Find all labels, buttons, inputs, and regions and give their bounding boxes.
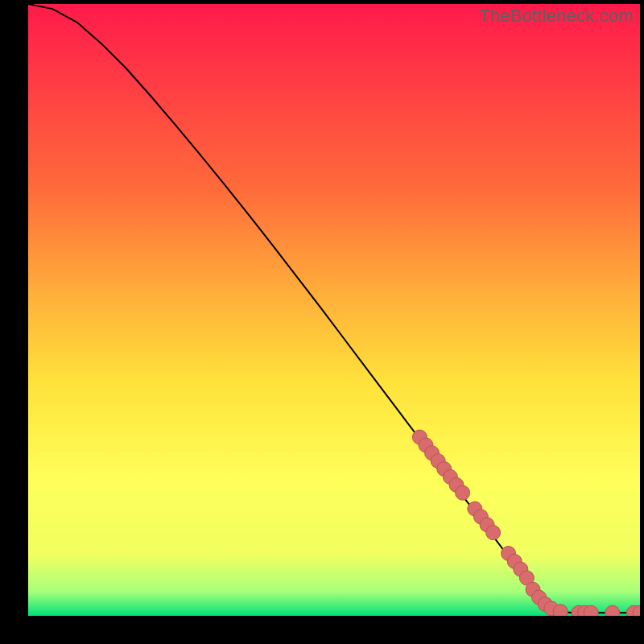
data-marker — [584, 605, 598, 616]
data-marker — [605, 605, 620, 616]
citation-text: TheBottleneck.com — [479, 6, 634, 27]
data-marker — [553, 605, 568, 616]
chart-plot — [28, 4, 640, 616]
chart-frame: TheBottleneck.com — [28, 4, 640, 616]
data-marker — [456, 485, 470, 500]
gradient-background — [28, 4, 640, 616]
data-marker — [486, 526, 501, 540]
